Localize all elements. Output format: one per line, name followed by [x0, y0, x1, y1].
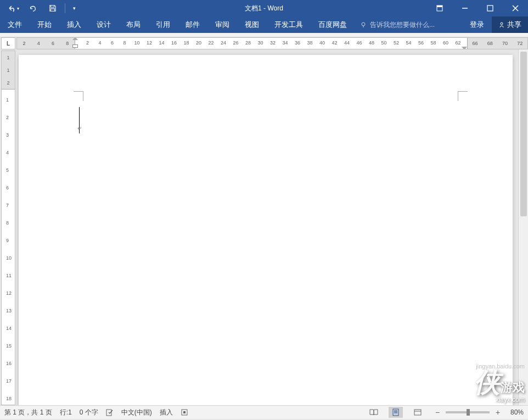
- zoom-out-button[interactable]: −: [432, 407, 442, 417]
- title-bar: ▾ ▾ 文档1 - Word: [0, 0, 528, 16]
- read-mode-icon: [369, 408, 378, 416]
- workspace: 211 123456789101112131415161718 ↵: [0, 49, 528, 405]
- save-icon: [49, 4, 57, 12]
- ruler-row: L 8642 246810121416182022242628303234363…: [0, 37, 528, 49]
- status-bar: 第 1 页，共 1 页 行:1 0 个字 中文(中国) 插入 − + 80%: [0, 405, 528, 419]
- ribbon-collapsed-strip[interactable]: [0, 33, 528, 37]
- scrollbar-thumb[interactable]: [520, 52, 527, 216]
- share-button[interactable]: 共享: [492, 16, 528, 33]
- page-margin-corner-tl: [74, 91, 83, 101]
- horizontal-ruler[interactable]: 8642 24681012141618202224262830323436384…: [16, 37, 528, 49]
- redo-button[interactable]: [24, 1, 42, 16]
- close-icon: [512, 5, 519, 12]
- vertical-ruler[interactable]: 211 123456789101112131415161718: [1, 51, 15, 405]
- ruler-left-margin: 8642: [17, 38, 75, 49]
- tab-baidu-netdisk[interactable]: 百度网盘: [311, 16, 355, 33]
- quick-access-toolbar: ▾ ▾: [0, 1, 80, 16]
- tell-me-search[interactable]: 告诉我您想要做什么...: [355, 16, 440, 33]
- zoom-track[interactable]: [446, 411, 490, 413]
- zoom-slider: − +: [432, 407, 503, 417]
- window-controls: [427, 0, 528, 16]
- svg-rect-1: [437, 5, 442, 7]
- print-layout-icon: [392, 408, 400, 416]
- web-layout-view-button[interactable]: [411, 407, 425, 418]
- proofing-icon: [106, 408, 114, 416]
- customize-qat-button[interactable]: ▾: [69, 1, 80, 16]
- macro-record-status[interactable]: [181, 408, 188, 416]
- maximize-button[interactable]: [478, 0, 503, 16]
- read-mode-view-button[interactable]: [367, 407, 381, 418]
- redo-icon: [29, 4, 37, 12]
- zoom-percent-button[interactable]: 80%: [510, 408, 524, 416]
- proofing-status[interactable]: [106, 408, 114, 416]
- insert-mode-status[interactable]: 插入: [160, 408, 173, 417]
- ribbon-tabs: 文件 开始 插入 设计 布局 引用 邮件 审阅 视图 开发工具 百度网盘 告诉我…: [0, 16, 528, 33]
- minimize-button[interactable]: [452, 0, 478, 16]
- tab-home[interactable]: 开始: [30, 16, 59, 33]
- qat-separator: [65, 3, 65, 13]
- tab-developer[interactable]: 开发工具: [267, 16, 311, 33]
- share-label: 共享: [507, 20, 521, 30]
- tab-layout[interactable]: 布局: [119, 16, 148, 33]
- macro-icon: [181, 408, 188, 416]
- login-button[interactable]: 登录: [462, 16, 492, 33]
- word-count-status[interactable]: 0 个字: [80, 408, 98, 417]
- tab-stop-selector[interactable]: L: [1, 37, 15, 49]
- tab-design[interactable]: 设计: [89, 16, 119, 33]
- svg-rect-14: [414, 410, 421, 415]
- tab-review[interactable]: 审阅: [207, 16, 237, 33]
- ruler-body: 2468101214161820222426283032343638404244…: [75, 38, 467, 49]
- share-icon: [498, 21, 505, 28]
- undo-icon: [7, 4, 16, 13]
- svg-rect-10: [393, 409, 398, 416]
- svg-rect-9: [183, 411, 186, 413]
- close-button[interactable]: [503, 0, 528, 16]
- save-button[interactable]: [44, 1, 61, 16]
- paragraph-mark: ↵: [77, 125, 82, 131]
- svg-rect-3: [487, 5, 493, 11]
- svg-point-6: [501, 23, 503, 25]
- ribbon-display-options-button[interactable]: [427, 0, 452, 16]
- tab-mailings[interactable]: 邮件: [178, 16, 207, 33]
- document-page[interactable]: ↵: [19, 55, 513, 405]
- undo-button[interactable]: ▾: [4, 1, 22, 16]
- ribbon-options-icon: [436, 4, 443, 12]
- ruler-right-margin: 66687072: [467, 38, 527, 49]
- print-layout-view-button[interactable]: [389, 407, 403, 418]
- lightbulb-icon: [360, 21, 367, 28]
- first-line-indent-marker[interactable]: [75, 37, 81, 48]
- tab-file[interactable]: 文件: [0, 16, 30, 33]
- window-title: 文档1 - Word: [245, 4, 283, 13]
- tab-references[interactable]: 引用: [148, 16, 178, 33]
- zoom-in-button[interactable]: +: [493, 407, 503, 417]
- tab-insert[interactable]: 插入: [59, 16, 89, 33]
- v-ruler-margin: 211: [2, 51, 15, 89]
- maximize-icon: [487, 5, 493, 12]
- zoom-thumb[interactable]: [467, 409, 470, 416]
- tell-me-placeholder: 告诉我您想要做什么...: [370, 20, 435, 30]
- line-status[interactable]: 行:1: [60, 408, 72, 417]
- web-layout-icon: [414, 408, 422, 416]
- minimize-icon: [462, 5, 468, 12]
- svg-point-4: [362, 23, 365, 26]
- page-margin-corner-tr: [458, 91, 468, 101]
- tab-view[interactable]: 视图: [237, 16, 267, 33]
- language-status[interactable]: 中文(中国): [121, 408, 152, 417]
- page-count-status[interactable]: 第 1 页，共 1 页: [4, 408, 52, 417]
- vertical-scrollbar[interactable]: [518, 49, 528, 405]
- document-area[interactable]: ↵: [16, 49, 518, 405]
